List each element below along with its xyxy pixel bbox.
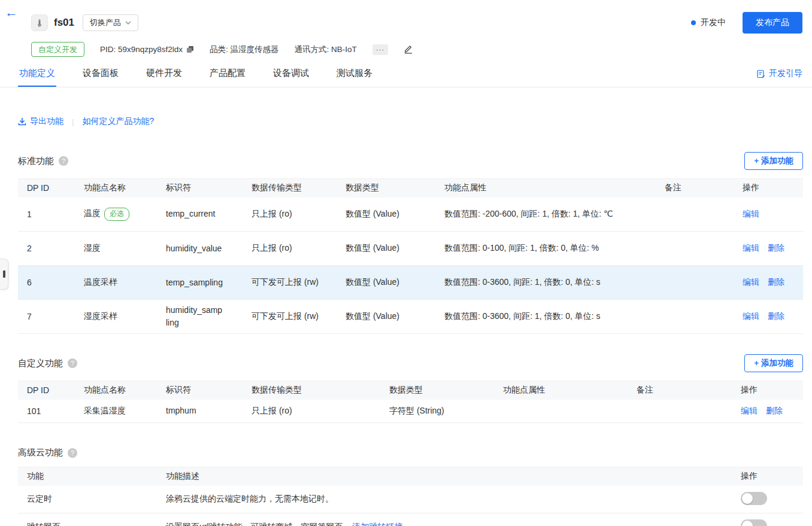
cloud-function-name: 云定时 [18, 486, 157, 513]
custom-functions-table: DP ID 功能点名称 标识符 数据传输类型 数据类型 功能点属性 备注 操作 … [18, 381, 803, 423]
name-cell: 温度必选 [75, 197, 157, 232]
delete-link[interactable]: 删除 [768, 277, 784, 287]
how-to-define-link[interactable]: 如何定义产品功能? [82, 116, 154, 127]
action-cell: 编辑删除 [734, 266, 803, 300]
export-functions-label: 导出功能 [30, 116, 63, 127]
dpid-cell: 101 [18, 400, 75, 423]
product-page: ← fs01 切换产品 开发中 发布产品 自定义开发 PID: 59x9nqzp… [0, 0, 812, 526]
property-cell: 数值范围: 0-3600, 间距: 1, 倍数: 0, 单位: s [435, 266, 656, 300]
property-cell: 数值范围: 0-3600, 间距: 1, 倍数: 0, 单位: s [435, 300, 656, 334]
col-action: 操作 [732, 381, 803, 400]
side-drawer-handle[interactable] [0, 259, 8, 290]
action-cell: 编辑 [734, 197, 803, 232]
col-property: 功能点属性 [435, 179, 656, 197]
switch-product-button[interactable]: 切换产品 [83, 14, 138, 31]
cloud-section-title: 高级云功能 [18, 447, 63, 458]
table-row-highlighted: 6 温度采样 temp_sampling 可下发可上报 (rw) 数值型 (Va… [18, 266, 803, 300]
remark-cell [656, 232, 734, 266]
add-redirect-link[interactable]: 添加跳转链接 [353, 522, 403, 526]
table-row: 云定时 涂鸦云提供的云端定时能力，无需本地记时。 [18, 486, 803, 513]
cloud-function-desc: 涂鸦云提供的云端定时能力，无需本地记时。 [157, 486, 732, 513]
transfer-cell: 只上报 (ro) [243, 400, 380, 423]
col-action: 操作 [734, 179, 803, 197]
toggle-knob [742, 521, 753, 526]
tab-device-panel[interactable]: 设备面板 [81, 65, 120, 87]
product-name: fs01 [54, 17, 74, 29]
more-actions-button[interactable]: ··· [372, 44, 388, 55]
product-comm-mode: 通讯方式: NB-IoT [295, 44, 357, 55]
property-cell: 数值范围: 0-100, 间距: 1, 倍数: 0, 单位: % [435, 232, 656, 266]
edit-link[interactable]: 编辑 [741, 406, 758, 415]
transfer-cell: 可下发可上报 (rw) [243, 300, 337, 334]
drawer-handle-bar-icon [3, 270, 5, 278]
publish-product-button[interactable]: 发布产品 [743, 12, 802, 34]
col-dpid: DP ID [18, 179, 75, 197]
product-status: 开发中 [691, 17, 726, 28]
cloud-functions-table: 功能 功能描述 操作 云定时 涂鸦云提供的云端定时能力，无需本地记时。 跳转网页… [18, 467, 803, 526]
function-name: 温度 [84, 208, 101, 218]
web-redirect-toggle[interactable] [741, 519, 767, 526]
export-functions-link[interactable]: 导出功能 [18, 116, 63, 127]
table-row: 101 采集温湿度 tmphum 只上报 (ro) 字符型 (String) 编… [18, 400, 803, 423]
tab-test-service[interactable]: 测试服务 [335, 65, 374, 87]
action-cell: 编辑删除 [734, 300, 803, 334]
delete-link[interactable]: 删除 [766, 406, 783, 415]
remark-cell [656, 266, 734, 300]
edit-link[interactable]: 编辑 [743, 277, 759, 287]
dev-guide-label: 开发引导 [769, 68, 802, 79]
chevron-down-icon [125, 21, 131, 25]
identifier-cell: tmphum [157, 400, 243, 423]
remark-cell [628, 400, 732, 423]
col-identifier: 标识符 [157, 381, 243, 400]
col-name: 功能点名称 [75, 179, 157, 197]
table-row: 7 湿度采样 humidity_sampling 可下发可上报 (rw) 数值型… [18, 300, 803, 334]
help-question-icon[interactable]: ? [68, 358, 77, 368]
col-function: 功能 [18, 467, 157, 486]
transfer-cell: 只上报 (ro) [243, 197, 337, 232]
tab-hardware-dev[interactable]: 硬件开发 [145, 65, 183, 87]
datatype-cell: 数值型 (Value) [337, 232, 435, 266]
required-tag: 必选 [104, 208, 129, 221]
table-header-row: DP ID 功能点名称 标识符 数据传输类型 数据类型 功能点属性 备注 操作 [18, 179, 803, 197]
tab-product-config[interactable]: 产品配置 [208, 65, 247, 87]
edit-link[interactable]: 编辑 [743, 209, 759, 218]
cloud-timer-toggle[interactable] [741, 492, 767, 505]
name-cell: 采集温湿度 [75, 400, 157, 423]
edit-link[interactable]: 编辑 [743, 311, 759, 321]
guide-doc-icon [756, 69, 765, 78]
action-cell [732, 486, 803, 513]
back-arrow-icon[interactable]: ← [5, 6, 18, 19]
dev-guide-link[interactable]: 开发引导 [756, 68, 802, 87]
product-header: fs01 切换产品 开发中 发布产品 自定义开发 PID: 59x9nqzpy8… [0, 0, 812, 57]
delete-link[interactable]: 删除 [768, 243, 784, 253]
edit-link[interactable]: 编辑 [743, 243, 759, 253]
edit-pencil-icon[interactable] [404, 45, 413, 54]
toggle-knob [742, 493, 753, 504]
download-icon [18, 117, 26, 126]
tab-device-debug[interactable]: 设备调试 [272, 65, 310, 87]
pid-text: PID: 59x9nqzpy8sf2ldx [100, 45, 183, 54]
cloud-function-desc: 设置网页url跳转功能，可跳转商城、官网等网页。添加跳转链接 [157, 513, 732, 526]
main-content: 导出功能 | 如何定义产品功能? 标准功能 ? + 添加功能 DP ID 功能点… [0, 116, 812, 526]
help-question-icon[interactable]: ? [68, 448, 77, 458]
tab-function-definition[interactable]: 功能定义 [18, 65, 56, 87]
dev-mode-tag: 自定义开发 [31, 42, 84, 57]
help-question-icon[interactable]: ? [59, 156, 68, 166]
col-dpid: DP ID [18, 381, 75, 400]
col-remark: 备注 [656, 179, 734, 197]
identifier-cell: humidity_value [157, 232, 243, 266]
name-cell: 湿度采样 [75, 300, 157, 334]
add-custom-function-button[interactable]: + 添加功能 [744, 354, 803, 372]
name-cell: 湿度 [75, 232, 157, 266]
standard-functions-table: DP ID 功能点名称 标识符 数据传输类型 数据类型 功能点属性 备注 操作 … [18, 178, 803, 334]
copy-icon[interactable] [186, 45, 194, 53]
table-header-row: 功能 功能描述 操作 [18, 467, 803, 486]
transfer-cell: 可下发可上报 (rw) [243, 266, 337, 300]
identifier-cell: temp_sampling [157, 266, 243, 300]
add-standard-function-button[interactable]: + 添加功能 [744, 152, 803, 170]
delete-link[interactable]: 删除 [768, 311, 784, 321]
status-label: 开发中 [701, 17, 726, 28]
dpid-cell: 6 [18, 266, 75, 300]
product-pid: PID: 59x9nqzpy8sf2ldx [100, 45, 194, 54]
custom-section-header: 自定义功能 ? + 添加功能 [18, 354, 803, 372]
